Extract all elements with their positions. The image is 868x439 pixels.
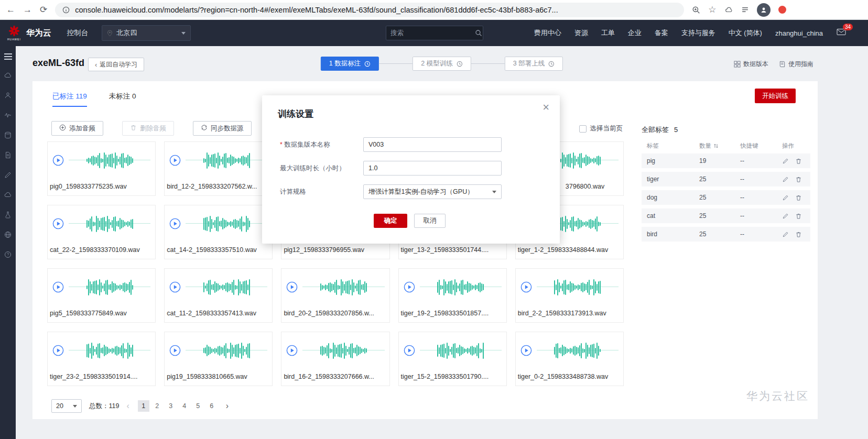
add-audio-button[interactable]: 添加音频 [51, 121, 103, 136]
globe-icon[interactable] [4, 231, 12, 238]
document-icon[interactable] [4, 151, 12, 159]
delete-audio-button[interactable]: 删除音频 [122, 121, 174, 136]
cloud-icon[interactable] [4, 71, 12, 79]
topnav-item[interactable]: 支持与服务 [681, 28, 715, 38]
flask-icon[interactable] [4, 211, 12, 218]
checkbox[interactable] [579, 125, 587, 133]
page-4[interactable]: 4 [179, 400, 190, 412]
page-info-icon[interactable] [62, 6, 70, 14]
menu-icon[interactable] [4, 53, 12, 60]
delete-label-icon[interactable] [795, 231, 802, 238]
help-icon[interactable] [4, 250, 12, 258]
edit-label-icon[interactable] [782, 231, 789, 238]
search-icon[interactable] [475, 29, 482, 37]
page-3[interactable]: 3 [165, 400, 177, 412]
back-to-exeml-button[interactable]: ‹ 返回自动学习 [88, 58, 144, 71]
console-search-input[interactable] [390, 29, 475, 37]
delete-label-icon[interactable] [795, 194, 802, 201]
edit-label-icon[interactable] [782, 213, 789, 220]
step-2[interactable]: 2 模型训练 [413, 57, 471, 71]
messages-button[interactable]: 34 [837, 28, 846, 38]
delete-label-icon[interactable] [795, 158, 802, 164]
waveform [420, 275, 502, 299]
page-size-select[interactable]: 20 [51, 399, 82, 413]
waveform [186, 148, 267, 172]
play-button[interactable] [52, 345, 64, 356]
console-link[interactable]: 控制台 [67, 28, 89, 38]
storage-icon[interactable] [4, 131, 12, 139]
tab-labeled[interactable]: 已标注 119 [52, 92, 87, 107]
sort-icon[interactable] [713, 143, 719, 149]
waveform-icon[interactable] [4, 111, 12, 119]
topnav-item[interactable]: 资源 [574, 28, 588, 38]
label-row[interactable]: pig19-- [642, 153, 810, 168]
brand-name[interactable]: 华为云 [26, 28, 51, 39]
play-button[interactable] [52, 218, 64, 229]
edit-label-icon[interactable] [782, 176, 789, 183]
select-current-page[interactable]: 选择当前页 [579, 124, 623, 133]
play-button[interactable] [52, 155, 64, 166]
label-row[interactable]: bird25-- [642, 227, 810, 242]
confirm-button[interactable]: 确定 [374, 214, 407, 228]
bookmark-star-icon[interactable]: ☆ [708, 5, 716, 14]
topnav-item[interactable]: 工单 [601, 28, 615, 38]
alert-badge [778, 6, 786, 14]
play-button[interactable] [286, 281, 298, 293]
topnav-item[interactable]: 中文 (简体) [729, 28, 762, 38]
label-row[interactable]: tiger25-- [642, 172, 810, 186]
page-1[interactable]: 1 [138, 400, 149, 412]
prev-page-icon[interactable]: ‹ [126, 401, 129, 411]
topnav-item[interactable]: 备案 [655, 28, 668, 38]
next-page-icon[interactable]: › [226, 401, 229, 411]
step-3[interactable]: 3 部署上线 [505, 57, 563, 71]
profile-avatar[interactable] [757, 3, 771, 17]
play-button[interactable] [169, 218, 181, 229]
user-icon[interactable] [4, 91, 12, 99]
sync-data-button[interactable]: 同步数据源 [193, 121, 252, 136]
delete-label-icon[interactable] [795, 213, 802, 220]
offline-cloud-icon[interactable] [724, 6, 733, 14]
reload-icon[interactable]: ⟳ [40, 5, 47, 14]
tab-unlabeled[interactable]: 未标注 0 [109, 92, 136, 107]
start-training-button[interactable]: 开始训练 [755, 89, 796, 103]
delete-label-icon[interactable] [795, 176, 802, 183]
dataset-version-input[interactable] [363, 137, 502, 152]
label-row[interactable]: cat25-- [642, 208, 810, 223]
compute-spec-select[interactable]: 增强计算型1实例-自动学习（GPU） [363, 184, 502, 199]
play-button[interactable] [169, 281, 181, 293]
step-1[interactable]: 1 数据标注 [321, 57, 379, 71]
page-6[interactable]: 6 [206, 400, 218, 412]
max-duration-input[interactable] [363, 161, 502, 175]
play-button[interactable] [169, 155, 181, 166]
play-button[interactable] [404, 345, 415, 356]
url-bar[interactable]: console.huaweicloud.com/modelarts/?regio… [55, 3, 684, 17]
edit-label-icon[interactable] [782, 158, 789, 164]
play-button[interactable] [520, 281, 532, 293]
cloud-icon[interactable] [4, 191, 12, 199]
topnav-item[interactable]: 费用中心 [534, 28, 561, 38]
topnav-item[interactable]: 企业 [628, 28, 642, 38]
column-header[interactable]: 数量 [699, 142, 740, 150]
back-icon[interactable]: ← [6, 5, 15, 14]
label-row[interactable]: dog25-- [642, 190, 810, 205]
huawei-logo[interactable]: HUAWEI [7, 25, 21, 41]
region-selector[interactable]: 北京四 [102, 25, 191, 41]
close-icon[interactable]: × [542, 101, 549, 114]
console-search[interactable] [386, 26, 483, 40]
page-2[interactable]: 2 [151, 400, 163, 412]
zoom-icon[interactable] [692, 6, 700, 14]
cancel-button[interactable]: 取消 [414, 214, 446, 228]
play-button[interactable] [52, 281, 64, 293]
play-button[interactable] [286, 345, 298, 356]
play-button[interactable] [520, 345, 532, 356]
header-link[interactable]: 数据版本 [734, 60, 768, 69]
reading-list-icon[interactable] [741, 6, 749, 14]
play-button[interactable] [404, 281, 415, 293]
play-button[interactable] [169, 345, 181, 356]
topnav-item[interactable]: zhanghui_china [775, 29, 823, 37]
edit-icon[interactable] [4, 171, 12, 179]
page-5[interactable]: 5 [192, 400, 204, 412]
edit-label-icon[interactable] [782, 194, 789, 201]
forward-icon[interactable]: → [23, 5, 32, 14]
header-link[interactable]: 使用指南 [779, 60, 813, 69]
